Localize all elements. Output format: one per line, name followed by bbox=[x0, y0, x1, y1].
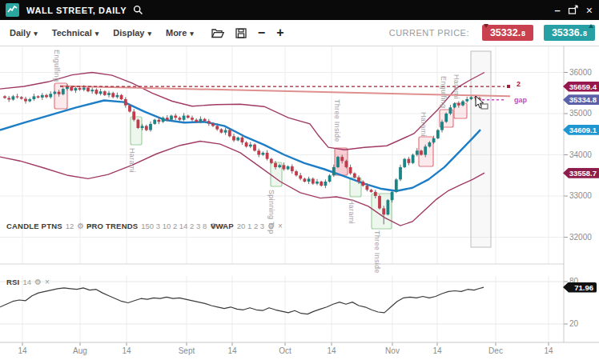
level-line-marker bbox=[507, 85, 510, 88]
pattern-label: Three Inside bbox=[373, 230, 381, 274]
pattern-box-red bbox=[54, 83, 67, 109]
chevron-down-icon: ▾ bbox=[190, 30, 194, 38]
open-folder-icon[interactable] bbox=[211, 28, 224, 38]
y-axis-label: 34000 bbox=[569, 150, 592, 159]
app-logo-icon bbox=[6, 3, 19, 17]
price-axis-badge: 33558.7 bbox=[563, 168, 599, 178]
menu-timeframe[interactable]: Daily▾ bbox=[10, 28, 38, 38]
rsi-axis-label: 20 bbox=[569, 319, 578, 328]
bollinger-lower-band bbox=[0, 142, 484, 226]
pattern-label: Three Inside bbox=[333, 99, 341, 142]
x-axis-label: 14 bbox=[537, 346, 561, 355]
highlight-region[interactable] bbox=[471, 51, 491, 247]
gear-icon[interactable]: ⚙ bbox=[77, 222, 84, 230]
save-icon[interactable] bbox=[235, 28, 247, 38]
menu-more[interactable]: More▾ bbox=[166, 28, 194, 38]
indicator-rsi: RSI 14 ⚙ × bbox=[6, 278, 50, 286]
cursor-drag-box bbox=[481, 104, 488, 109]
y-axis-label: 32000 bbox=[569, 233, 592, 242]
menu-display[interactable]: Display▾ bbox=[113, 28, 151, 38]
up-arrow-icon bbox=[589, 24, 593, 28]
pattern-label: Engulfing bbox=[53, 50, 61, 82]
rsi-line bbox=[0, 287, 484, 314]
remove-indicator-icon[interactable]: × bbox=[45, 278, 50, 286]
price-axis-badge: 35659.4 bbox=[563, 82, 599, 92]
x-axis-label: 14 bbox=[115, 346, 139, 355]
zoom-in-button[interactable]: + bbox=[276, 26, 283, 39]
window-title: WALL STREET, DAILY bbox=[26, 6, 127, 15]
x-axis-label: 14 bbox=[320, 346, 344, 355]
pattern-label: Harami bbox=[128, 148, 136, 173]
pattern-box-green bbox=[131, 117, 142, 145]
pattern-label: Harami bbox=[452, 74, 460, 99]
gap-label: gap bbox=[514, 96, 527, 104]
price-axis-badge: 35334.8 bbox=[563, 94, 599, 105]
titlebar: WALL STREET, DAILY – × bbox=[0, 0, 599, 20]
remove-indicator-icon[interactable]: × bbox=[278, 222, 283, 230]
gear-icon[interactable]: ⚙ bbox=[34, 278, 42, 286]
price-axis-badge: 34609.1 bbox=[563, 125, 599, 135]
x-axis-label: Sept bbox=[175, 346, 199, 355]
pattern-label: Harami bbox=[348, 199, 356, 224]
menu-technical[interactable]: Technical▾ bbox=[52, 28, 98, 38]
chevron-down-icon: ▾ bbox=[95, 30, 99, 38]
pattern-label: Harami bbox=[420, 112, 428, 137]
zoom-out-button[interactable]: − bbox=[258, 26, 265, 39]
chart-canvas[interactable] bbox=[0, 0, 599, 364]
trendline-label: 2 bbox=[517, 80, 521, 88]
sell-price-badge[interactable]: 35332.8 bbox=[482, 25, 533, 41]
chevron-down-icon: ▾ bbox=[147, 30, 151, 38]
minimize-icon[interactable]: – bbox=[555, 5, 561, 15]
down-arrow-icon bbox=[484, 24, 488, 28]
current-price-label: CURRENT PRICE: bbox=[389, 28, 469, 38]
close-icon[interactable]: × bbox=[586, 5, 593, 16]
x-axis-label: 14 bbox=[220, 346, 244, 355]
chevron-down-icon: ▾ bbox=[34, 30, 38, 38]
search-icon[interactable] bbox=[133, 5, 143, 15]
indicator-pro-trends: PRO TRENDS 150 3 10 2 14 2 3 8 ⚙ × bbox=[86, 222, 225, 230]
x-axis-label: 14 bbox=[425, 346, 449, 355]
toolbar: Daily▾ Technical▾ Display▾ More▾ − + CUR… bbox=[0, 20, 599, 46]
indicator-candle-patterns: CANDLE PTNS 12 ⚙ × bbox=[6, 222, 92, 230]
x-axis-label: 14 bbox=[10, 346, 34, 355]
y-axis-label: 35000 bbox=[569, 109, 592, 118]
x-axis-label: Aug bbox=[68, 346, 92, 355]
popout-icon[interactable] bbox=[568, 5, 579, 15]
y-axis-label: 36000 bbox=[569, 68, 592, 77]
x-axis-label: Nov bbox=[380, 346, 404, 355]
x-axis-label: Dec bbox=[484, 346, 508, 355]
pattern-label: Engulfing bbox=[440, 76, 448, 108]
pattern-label: Spinning Top bbox=[267, 190, 275, 234]
x-axis-label: Oct bbox=[273, 346, 297, 355]
buy-price-badge[interactable]: 35336.8 bbox=[544, 25, 595, 41]
rsi-value-badge: 71.96 bbox=[563, 282, 597, 293]
y-axis-label: 33000 bbox=[569, 191, 592, 200]
